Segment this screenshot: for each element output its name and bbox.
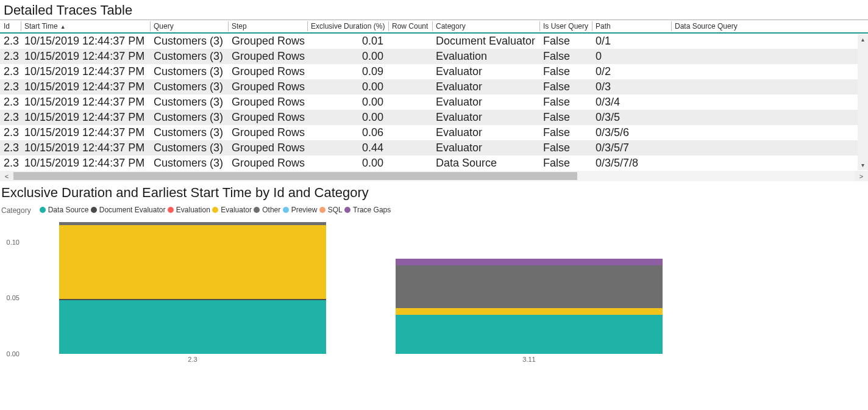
chart-plot[interactable] [24,220,697,354]
column-header[interactable]: Start Time▲ [21,20,150,34]
bar-segment[interactable] [396,308,662,315]
traces-table-wrap: IdStart Time▲QueryStepExclusive Duration… [0,20,868,181]
bar-segment[interactable] [59,300,326,354]
cell-isuser: False [539,95,592,110]
table-row[interactable]: 2.310/15/2019 12:44:37 PMCustomers (3)Gr… [0,140,868,156]
bar[interactable] [396,259,662,354]
cell-category: Evaluation [432,49,539,64]
y-tick: 0.10 [7,239,20,246]
column-header[interactable]: Query [150,20,228,34]
cell-query: Customers (3) [150,110,228,125]
x-axis: 2.33.11 [24,354,697,366]
vscroll-track[interactable] [858,45,868,160]
cell-start: 10/15/2019 12:44:37 PM [21,79,150,95]
vertical-scrollbar[interactable]: ▴ ▾ [858,34,868,170]
cell-path: 0/3/5 [592,110,671,125]
table-row[interactable]: 2.310/15/2019 12:44:37 PMCustomers (3)Gr… [0,125,868,140]
cell-dsq [671,110,868,125]
scroll-right-icon[interactable]: > [855,173,868,180]
cell-query: Customers (3) [150,64,228,79]
legend-item[interactable]: Data Source [40,206,89,214]
legend-item[interactable]: Document Evaluator [91,206,166,214]
table-title: Detailed Traces Table [0,0,868,20]
table-header: IdStart Time▲QueryStepExclusive Duration… [0,20,868,34]
column-header[interactable]: Path [592,20,671,34]
cell-path: 0/3/4 [592,95,671,110]
column-header[interactable]: Step [228,20,307,34]
column-header[interactable]: Is User Query [539,20,592,34]
column-header[interactable]: Data Source Query [671,20,868,34]
table-row[interactable]: 2.310/15/2019 12:44:37 PMCustomers (3)Gr… [0,33,868,49]
cell-excl: 0.00 [307,156,388,171]
legend-item[interactable]: Other [254,206,280,214]
column-header[interactable]: Id [0,20,21,34]
hscroll-track[interactable] [13,171,855,181]
table-row[interactable]: 2.310/15/2019 12:44:37 PMCustomers (3)Gr… [0,95,868,110]
cell-excl: 0.01 [307,33,388,49]
cell-dsq [671,49,868,64]
legend-label-text: Other [262,206,280,214]
cell-dsq [671,95,868,110]
bar[interactable] [59,222,326,354]
cell-start: 10/15/2019 12:44:37 PM [21,64,150,79]
table-row[interactable]: 2.310/15/2019 12:44:37 PMCustomers (3)Gr… [0,64,868,79]
scroll-down-icon[interactable]: ▾ [858,160,868,170]
table-row[interactable]: 2.310/15/2019 12:44:37 PMCustomers (3)Gr… [0,79,868,95]
legend-item[interactable]: SQL [319,206,343,214]
bar-segment[interactable] [59,225,326,299]
legend-swatch-icon [40,207,46,213]
y-tick: 0.00 [7,350,20,358]
bar-segment[interactable] [396,315,662,354]
cell-query: Customers (3) [150,140,228,156]
cell-start: 10/15/2019 12:44:37 PM [21,110,150,125]
legend-item[interactable]: Preview [283,206,318,214]
chart-legend: Category Data Source Document Evaluator … [0,206,868,220]
sort-asc-icon: ▲ [60,24,66,30]
cell-category: Evaluator [432,95,539,110]
cell-path: 0/1 [592,33,671,49]
cell-path: 0/3/5/7/8 [592,156,671,171]
cell-category: Evaluator [432,125,539,140]
scroll-left-icon[interactable]: < [0,173,13,180]
cell-query: Customers (3) [150,95,228,110]
cell-category: Evaluator [432,79,539,95]
cell-isuser: False [539,64,592,79]
cell-start: 10/15/2019 12:44:37 PM [21,140,150,156]
cell-step: Grouped Rows [228,64,307,79]
column-header[interactable]: Exclusive Duration (%) [307,20,388,34]
cell-isuser: False [539,79,592,95]
legend-swatch-icon [344,207,350,213]
horizontal-scrollbar[interactable]: < > [0,171,868,181]
legend-label-text: Evaluation [176,206,210,214]
legend-item[interactable]: Trace Gaps [344,206,391,214]
table-row[interactable]: 2.310/15/2019 12:44:37 PMCustomers (3)Gr… [0,49,868,64]
column-header[interactable]: Row Count [388,20,432,34]
cell-excl: 0.09 [307,64,388,79]
legend-swatch-icon [283,207,289,213]
cell-isuser: False [539,156,592,171]
legend-swatch-icon [168,207,174,213]
cell-rowcount [388,110,432,125]
cell-id: 2.3 [0,49,21,64]
y-tick: 0.05 [7,294,20,301]
chart-area: 0.000.050.10 2.33.11 [0,220,868,366]
cell-step: Grouped Rows [228,110,307,125]
column-header[interactable]: Category [432,20,539,34]
cell-id: 2.3 [0,64,21,79]
cell-query: Customers (3) [150,156,228,171]
legend-swatch-icon [212,207,218,213]
scroll-up-icon[interactable]: ▴ [858,34,868,45]
table-row[interactable]: 2.310/15/2019 12:44:37 PMCustomers (3)Gr… [0,156,868,171]
legend-item[interactable]: Evaluation [168,206,210,214]
cell-isuser: False [539,49,592,64]
hscroll-thumb[interactable] [13,172,577,180]
table-row[interactable]: 2.310/15/2019 12:44:37 PMCustomers (3)Gr… [0,110,868,125]
legend-item[interactable]: Evaluator [212,206,252,214]
cell-dsq [671,156,868,171]
bar-segment[interactable] [396,265,662,308]
legend-swatch-icon [91,207,97,213]
cell-rowcount [388,125,432,140]
cell-id: 2.3 [0,33,21,49]
bar-segment[interactable] [396,259,662,265]
x-tick: 2.3 [44,354,341,366]
